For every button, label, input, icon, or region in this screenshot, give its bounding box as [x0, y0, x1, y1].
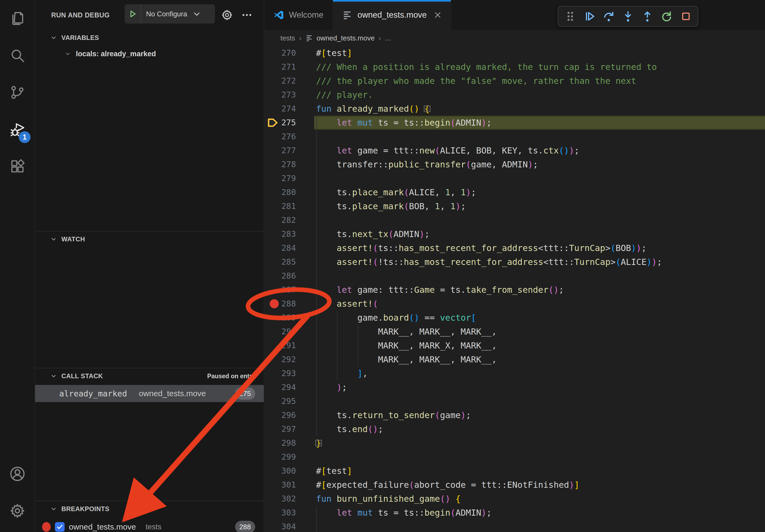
breadcrumb-item[interactable]: ...: [385, 34, 391, 42]
editor-gutter[interactable]: 276: [264, 130, 296, 143]
start-debug-icon[interactable]: [125, 4, 141, 24]
code-line[interactable]: 290 MARK__, MARK__, MARK__,: [264, 325, 765, 339]
code-line[interactable]: 282: [264, 213, 765, 227]
code-line[interactable]: 286: [264, 269, 765, 283]
watch-section-header[interactable]: WATCH: [35, 231, 264, 247]
activity-bar-source-control-icon[interactable]: [0, 74, 35, 111]
editor-gutter[interactable]: 290: [264, 325, 296, 339]
code-line[interactable]: 273/// player.: [264, 88, 765, 102]
breadcrumb-item[interactable]: owned_tests.move: [305, 34, 375, 42]
code-line[interactable]: 281 ts.place_mark(BOB, 1, 1);: [264, 199, 765, 213]
code-line[interactable]: 302fun burn_unfinished_game() {: [264, 492, 765, 506]
code-line[interactable]: 280 ts.place_mark(ALICE, 1, 1);: [264, 185, 765, 199]
editor-gutter[interactable]: 300: [264, 464, 296, 478]
editor-gutter[interactable]: 283: [264, 227, 296, 241]
editor-gutter[interactable]: 274: [264, 102, 296, 116]
editor-gutter[interactable]: 291: [264, 339, 296, 353]
activity-bar-account-icon[interactable]: [0, 455, 35, 492]
editor-gutter[interactable]: 273: [264, 88, 296, 102]
code-line[interactable]: 271/// When a position is already marked…: [264, 60, 765, 74]
drag-handle[interactable]: [560, 6, 580, 26]
editor-gutter[interactable]: 272: [264, 74, 296, 88]
code-line[interactable]: 294 );: [264, 381, 765, 394]
code-line[interactable]: 299: [264, 450, 765, 464]
editor-gutter[interactable]: 296: [264, 408, 296, 422]
editor-gutter[interactable]: 286: [264, 269, 296, 283]
editor-gutter[interactable]: 288: [264, 297, 296, 311]
editor-gutter[interactable]: 303: [264, 506, 296, 520]
code-area[interactable]: 270#[test]271/// When a position is alre…: [264, 46, 765, 532]
editor-gutter[interactable]: 295: [264, 394, 296, 408]
code-line[interactable]: 288 assert!(: [264, 297, 765, 311]
code-line[interactable]: 300#[test]: [264, 464, 765, 478]
code-line[interactable]: 287 let game: ttt::Game = ts.take_from_s…: [264, 283, 765, 297]
editor-gutter[interactable]: 281: [264, 199, 296, 213]
code-line[interactable]: 289 game.board() == vector[: [264, 311, 765, 325]
editor-gutter[interactable]: 270: [264, 46, 296, 60]
code-line[interactable]: 276: [264, 130, 765, 143]
editor-gutter[interactable]: 293: [264, 367, 296, 381]
step-over-button[interactable]: [599, 6, 618, 26]
editor-gutter[interactable]: 271: [264, 60, 296, 74]
editor-gutter[interactable]: 287: [264, 283, 296, 297]
code-line[interactable]: 275 let mut ts = ts::begin(ADMIN);: [264, 116, 765, 130]
code-line[interactable]: 277 let game = ttt::new(ALICE, BOB, KEY,…: [264, 143, 765, 157]
code-line[interactable]: 283 ts.next_tx(ADMIN);: [264, 227, 765, 241]
editor-gutter[interactable]: 294: [264, 381, 296, 394]
editor-gutter[interactable]: 297: [264, 422, 296, 436]
activity-bar-search-icon[interactable]: [0, 37, 35, 74]
code-line[interactable]: 278 transfer::public_transfer(game, ADMI…: [264, 157, 765, 171]
code-line[interactable]: 270#[test]: [264, 46, 765, 60]
editor-gutter[interactable]: 298: [264, 436, 296, 450]
activity-bar-settings-icon[interactable]: [0, 492, 35, 529]
code-line[interactable]: 272/// the player who made the "false" m…: [264, 74, 765, 88]
code-line[interactable]: 293 ],: [264, 367, 765, 381]
editor-gutter[interactable]: 302: [264, 492, 296, 506]
editor-gutter[interactable]: 299: [264, 450, 296, 464]
tab-welcome[interactable]: Welcome: [264, 0, 333, 30]
editor-gutter[interactable]: 289: [264, 311, 296, 325]
tab-owned-tests-move[interactable]: owned_tests.move: [333, 0, 451, 30]
code-line[interactable]: 295: [264, 394, 765, 408]
debug-settings-gear-icon[interactable]: [221, 9, 233, 21]
code-line[interactable]: 274fun already_marked() {: [264, 102, 765, 116]
editor-gutter[interactable]: 282: [264, 213, 296, 227]
activity-bar-run-and-debug-icon[interactable]: 1: [0, 111, 35, 148]
code-line[interactable]: 284 assert!(ts::has_most_recent_for_addr…: [264, 241, 765, 255]
variables-scope-row[interactable]: locals: already_marked: [35, 46, 264, 62]
editor-gutter[interactable]: 277: [264, 143, 296, 157]
editor-gutter[interactable]: 304: [264, 520, 296, 532]
breadcrumb-item[interactable]: tests: [280, 34, 295, 42]
editor-gutter[interactable]: 279: [264, 171, 296, 185]
step-into-button[interactable]: [618, 6, 638, 26]
close-icon[interactable]: [434, 11, 442, 19]
code-line[interactable]: 304: [264, 520, 765, 532]
call-stack-frame-row[interactable]: already_marked owned_tests.move 275: [35, 385, 264, 402]
editor-gutter[interactable]: 284: [264, 241, 296, 255]
code-line[interactable]: 285 assert!(!ts::has_most_recent_for_add…: [264, 255, 765, 269]
editor-gutter[interactable]: 292: [264, 353, 296, 367]
code-line[interactable]: 301#[expected_failure(abort_code = ttt::…: [264, 478, 765, 492]
editor-gutter[interactable]: 275: [264, 116, 296, 130]
continue-button[interactable]: [580, 6, 599, 26]
editor-gutter[interactable]: 301: [264, 478, 296, 492]
stop-button[interactable]: [676, 6, 696, 26]
code-line[interactable]: 292 MARK__, MARK__, MARK__,: [264, 353, 765, 367]
debug-config-dropdown[interactable]: No Configura: [125, 4, 215, 24]
editor-gutter[interactable]: 278: [264, 157, 296, 171]
code-line[interactable]: 298}: [264, 436, 765, 450]
code-line[interactable]: 291 MARK__, MARK_X, MARK__,: [264, 339, 765, 353]
breakpoint-list-item[interactable]: owned_tests.move tests 288: [35, 518, 264, 532]
code-line[interactable]: 297 ts.end();: [264, 422, 765, 436]
step-out-button[interactable]: [638, 6, 657, 26]
restart-button[interactable]: [657, 6, 676, 26]
code-line[interactable]: 279: [264, 171, 765, 185]
more-actions-icon[interactable]: [241, 9, 253, 21]
code-line[interactable]: 303 let mut ts = ts::begin(ADMIN);: [264, 506, 765, 520]
editor-gutter[interactable]: 285: [264, 255, 296, 269]
editor-gutter[interactable]: 280: [264, 185, 296, 199]
activity-bar-explorer-icon[interactable]: [0, 0, 35, 37]
variables-section-header[interactable]: VARIABLES: [35, 30, 264, 46]
breakpoints-section-header[interactable]: BREAKPOINTS: [35, 501, 264, 517]
activity-bar-extensions-icon[interactable]: [0, 148, 35, 185]
